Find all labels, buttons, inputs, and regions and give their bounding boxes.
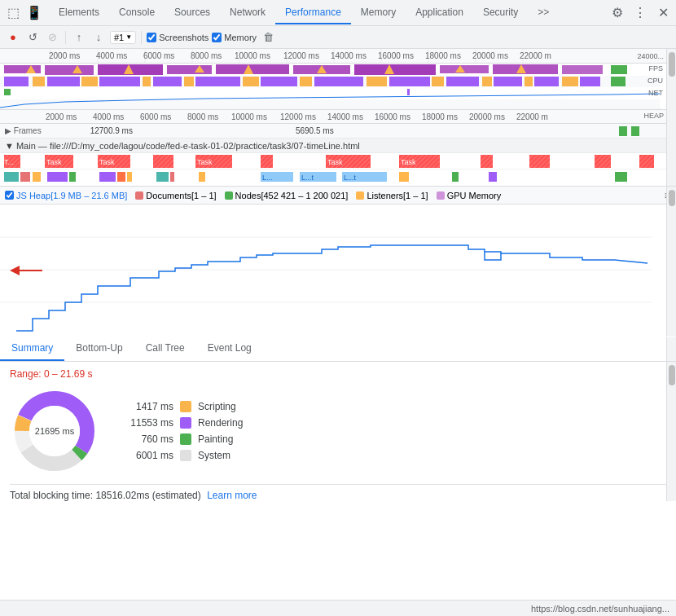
js-heap-checkbox[interactable] bbox=[5, 191, 14, 200]
svg-rect-132 bbox=[399, 172, 409, 182]
svg-text:22000 m: 22000 m bbox=[516, 112, 548, 121]
tab-performance[interactable]: Performance bbox=[275, 2, 351, 24]
tab-security[interactable]: Security bbox=[473, 2, 528, 24]
svg-text:T...: T... bbox=[4, 158, 14, 166]
blocking-time-row: Total blocking time: 18516.02ms (estimat… bbox=[10, 484, 666, 501]
frames-row: ▶ Frames 12700.9 ms 5690.5 ms bbox=[0, 124, 676, 139]
device-icon[interactable]: 📱 bbox=[24, 3, 44, 23]
svg-rect-42 bbox=[611, 65, 627, 74]
painting-label: Painting bbox=[198, 433, 233, 445]
time-ruler: 2000 ms 4000 ms 6000 ms 8000 ms 10000 ms… bbox=[0, 49, 676, 64]
record-button[interactable]: ● bbox=[5, 29, 21, 46]
svg-rect-51 bbox=[184, 77, 194, 86]
more-options-icon[interactable]: ⋮ bbox=[630, 3, 650, 23]
fps-label: FPS bbox=[648, 64, 663, 73]
nodes-color bbox=[225, 191, 233, 200]
svg-rect-69 bbox=[4, 89, 11, 95]
svg-rect-23 bbox=[4, 65, 41, 73]
inspect-icon[interactable]: ⬚ bbox=[3, 3, 23, 23]
close-devtools-icon[interactable]: ✕ bbox=[653, 3, 673, 23]
svg-rect-52 bbox=[195, 77, 240, 86]
svg-rect-121 bbox=[117, 172, 125, 182]
tab-event-log[interactable]: Event Log bbox=[196, 337, 263, 361]
memory-legend-bar: JS Heap[1.9 MB – 21.6 MB] Documents[1 – … bbox=[0, 187, 676, 205]
svg-text:12000 ms: 12000 ms bbox=[280, 112, 316, 121]
trash-button[interactable]: 🗑 bbox=[260, 29, 276, 46]
timeline-scrollbar[interactable] bbox=[666, 49, 676, 186]
svg-text:Task: Task bbox=[327, 158, 343, 166]
svg-rect-100 bbox=[261, 155, 273, 168]
rendering-color bbox=[180, 417, 191, 429]
download-button[interactable]: ↓ bbox=[90, 29, 107, 46]
tab-summary[interactable]: Summary bbox=[0, 337, 64, 361]
svg-rect-64 bbox=[534, 77, 559, 86]
svg-rect-60 bbox=[446, 77, 479, 86]
reload-button[interactable]: ↺ bbox=[24, 29, 41, 46]
donut-chart: 21695 ms bbox=[10, 386, 99, 476]
tab-more[interactable]: >> bbox=[528, 2, 559, 24]
listeners-color bbox=[356, 191, 364, 200]
tab-sources[interactable]: Sources bbox=[165, 2, 220, 24]
scrollbar-thumb[interactable] bbox=[669, 52, 675, 77]
svg-text:4000 ms: 4000 ms bbox=[93, 112, 124, 121]
svg-text:6000 ms: 6000 ms bbox=[140, 112, 171, 121]
svg-rect-53 bbox=[243, 77, 259, 86]
svg-rect-120 bbox=[99, 172, 116, 182]
svg-text:6000 ms: 6000 ms bbox=[143, 51, 174, 60]
memory-scrollbar-thumb[interactable] bbox=[669, 190, 675, 206]
js-heap-checkbox-label[interactable]: JS Heap[1.9 MB – 21.6 MB] bbox=[5, 191, 127, 200]
rendering-label: Rendering bbox=[198, 417, 243, 429]
stop-button[interactable]: ⊘ bbox=[44, 29, 60, 46]
svg-rect-66 bbox=[580, 77, 600, 86]
tab-call-tree[interactable]: Call Tree bbox=[134, 337, 196, 361]
svg-rect-135 bbox=[615, 172, 627, 182]
svg-rect-63 bbox=[525, 77, 533, 86]
summary-scrollbar-thumb[interactable] bbox=[669, 365, 675, 385]
svg-rect-70 bbox=[407, 89, 410, 95]
settings-icon[interactable]: ⚙ bbox=[608, 3, 627, 23]
scripting-label: Scripting bbox=[198, 401, 236, 412]
perf-tracks: 1.9 MB – 2... FPS CPU NET bbox=[0, 64, 676, 109]
upload-button[interactable]: ↑ bbox=[71, 29, 87, 46]
svg-rect-32 bbox=[562, 65, 603, 74]
system-color bbox=[180, 450, 191, 461]
svg-rect-119 bbox=[69, 172, 76, 182]
svg-rect-26 bbox=[167, 65, 212, 74]
summary-tab-scrollbar bbox=[666, 337, 676, 361]
tab-memory[interactable]: Memory bbox=[351, 2, 406, 24]
frames-label: ▶ Frames bbox=[5, 126, 42, 135]
tab-console[interactable]: Console bbox=[109, 2, 165, 24]
svg-text:L...t: L...t bbox=[344, 174, 357, 182]
svg-text:4000 ms: 4000 ms bbox=[96, 51, 127, 60]
painting-color bbox=[180, 433, 191, 445]
painting-row: 760 ms Painting bbox=[121, 433, 243, 445]
svg-rect-29 bbox=[354, 64, 436, 75]
system-row: 6001 ms System bbox=[121, 450, 243, 461]
memory-scrollbar[interactable] bbox=[666, 187, 676, 337]
svg-rect-46 bbox=[47, 77, 80, 86]
svg-text:14000 ms: 14000 ms bbox=[331, 51, 367, 60]
svg-rect-44 bbox=[4, 77, 29, 86]
svg-text:22000 m: 22000 m bbox=[520, 51, 551, 60]
task-row-1: T... Task Task Task Task Task bbox=[0, 153, 676, 169]
svg-rect-58 bbox=[389, 77, 430, 86]
summary-scrollbar[interactable] bbox=[666, 362, 676, 501]
tab-bottom-up[interactable]: Bottom-Up bbox=[64, 337, 134, 361]
cpu-label: CPU bbox=[647, 77, 663, 85]
screenshots-checkbox[interactable]: Screenshots bbox=[147, 33, 209, 42]
documents-color bbox=[135, 191, 143, 200]
tab-elements[interactable]: Elements bbox=[49, 2, 109, 24]
time-ruler-2: 2000 ms 4000 ms 6000 ms 8000 ms 10000 ms… bbox=[0, 109, 676, 124]
arrow-indicator bbox=[11, 262, 44, 280]
learn-more-link[interactable]: Learn more bbox=[207, 490, 257, 501]
svg-text:18000 ms: 18000 ms bbox=[425, 51, 461, 60]
status-right: https://blog.csdn.net/sunhuajiang... bbox=[531, 604, 669, 614]
svg-rect-65 bbox=[562, 77, 578, 86]
memory-checkbox[interactable]: Memory bbox=[212, 33, 257, 42]
svg-rect-50 bbox=[153, 77, 182, 86]
svg-rect-57 bbox=[367, 77, 387, 86]
svg-rect-45 bbox=[33, 77, 45, 86]
tab-network[interactable]: Network bbox=[220, 2, 275, 24]
session-dropdown[interactable]: #1 ▼ bbox=[110, 31, 136, 44]
tab-application[interactable]: Application bbox=[406, 2, 473, 24]
